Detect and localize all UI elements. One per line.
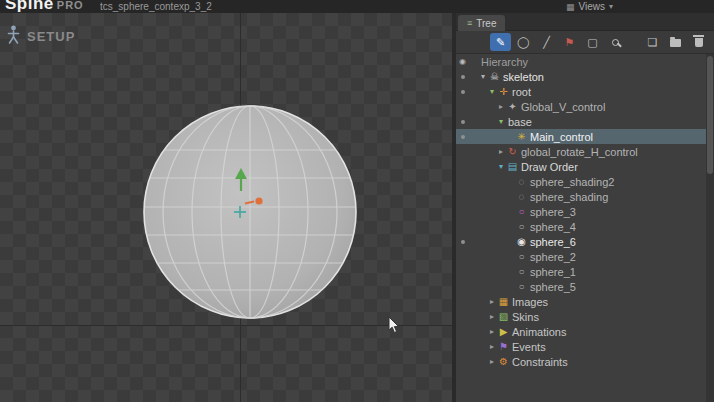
control-star-icon: ✳: [515, 130, 528, 143]
tree-row-global-rotate-h-control[interactable]: ▸↻global_rotate_H_control: [456, 144, 706, 159]
tree-row-skeleton[interactable]: ▾☠skeleton: [456, 69, 706, 84]
tree-row-label: Draw Order: [519, 161, 578, 173]
tree-row-label: sphere_6: [528, 236, 576, 248]
indent: [469, 136, 505, 137]
search-tool-button[interactable]: [605, 33, 626, 51]
tree-row-sphere-shading[interactable]: ◌sphere_shading: [456, 189, 706, 204]
circle-icon: ○: [515, 220, 528, 233]
tree-row-skins[interactable]: ▸▧Skins: [456, 309, 706, 324]
tree-row-sphere-3[interactable]: ○sphere_3: [456, 204, 706, 219]
circle-icon: ○: [515, 205, 528, 218]
tree-row-sphere-6[interactable]: ◉sphere_6: [456, 234, 706, 249]
tree-rows: ◉Hierarchy▾☠skeleton▾✛root▸✦Global_V_con…: [456, 54, 706, 402]
indent: [469, 226, 505, 227]
app-logo-text: Spine: [5, 0, 54, 13]
dot-icon: [461, 75, 465, 79]
indent: [469, 346, 487, 347]
tree-row-draw-order[interactable]: ▾▤Draw Order: [456, 159, 706, 174]
root-cross-icon: ✛: [497, 85, 510, 98]
tree-row-constraints[interactable]: ▸⚙Constraints: [456, 354, 706, 369]
tree-row-label: sphere_2: [528, 251, 576, 263]
tree-row-animations[interactable]: ▸▶Animations: [456, 324, 706, 339]
expander-right-icon[interactable]: ▸: [487, 312, 497, 321]
views-menu-button[interactable]: ▦ Views ▾: [566, 0, 613, 13]
visibility-dot-icon[interactable]: [456, 90, 469, 94]
tree-row-events[interactable]: ▸⚑Events: [456, 339, 706, 354]
folder-button-icon: [670, 39, 681, 47]
project-filename: tcs_sphere_contexp_3_2: [100, 1, 212, 12]
tree-row-sphere-4[interactable]: ○sphere_4: [456, 219, 706, 234]
tree-scrollbar[interactable]: [706, 54, 714, 402]
tab-tree[interactable]: ≡ Tree: [458, 15, 505, 31]
new-button-button[interactable]: ❏: [642, 33, 663, 51]
tree-row-global-v-control[interactable]: ▸✦Global_V_control: [456, 99, 706, 114]
skins-icon: ▧: [497, 310, 510, 323]
mode-label: SETUP: [27, 29, 75, 44]
expander-down-icon[interactable]: ▾: [496, 162, 506, 171]
expander-right-icon[interactable]: ▸: [487, 357, 497, 366]
app-logo: SpinePRO: [5, 0, 84, 13]
indent: [469, 256, 505, 257]
tree-row-base[interactable]: ▾base: [456, 114, 706, 129]
expander-down-icon[interactable]: ▾: [496, 117, 506, 126]
trash-button-button[interactable]: [688, 33, 709, 51]
indent: [469, 316, 487, 317]
figure-icon: [6, 25, 21, 45]
weights-tool-button[interactable]: ◯: [513, 33, 534, 51]
indent: [469, 91, 487, 92]
tree-row-root[interactable]: ▾✛root: [456, 84, 706, 99]
expander-right-icon[interactable]: ▸: [487, 297, 497, 306]
control-small-icon: ✦: [506, 100, 519, 113]
tree-row-sphere-2[interactable]: ○sphere_2: [456, 249, 706, 264]
mesh-icon: ◌: [515, 175, 528, 188]
indent: [469, 121, 496, 122]
tree-row-label: sphere_shading2: [528, 176, 614, 188]
flag-tool-button[interactable]: ⚑: [559, 33, 580, 51]
tree-row-label: Global_V_control: [519, 101, 605, 113]
spine-app-window: SpinePRO tcs_sphere_contexp_3_2 ▦ Views …: [0, 0, 714, 402]
tree-row-label: Constraints: [510, 356, 568, 368]
expander-down-icon[interactable]: ▾: [487, 87, 497, 96]
circle-filled-icon: ◉: [515, 235, 528, 248]
tree-row-sphere-shading2[interactable]: ◌sphere_shading2: [456, 174, 706, 189]
visibility-dot-icon[interactable]: [456, 75, 469, 79]
tree-row-label: Main_control: [528, 131, 593, 143]
x-axis-dot-icon[interactable]: [255, 197, 262, 204]
tree-row-sphere-1[interactable]: ○sphere_1: [456, 264, 706, 279]
circle-icon: ○: [515, 250, 528, 263]
tree-icon: ≡: [467, 18, 472, 28]
expander-right-icon[interactable]: ▸: [496, 147, 506, 156]
expander-right-icon[interactable]: ▸: [487, 327, 497, 336]
indent: [469, 166, 496, 167]
indent: [469, 151, 496, 152]
box-select-tool-button[interactable]: ▢: [582, 33, 603, 51]
indent: [469, 76, 478, 77]
visibility-dot-icon[interactable]: [456, 240, 469, 244]
chevron-down-icon: ▾: [609, 2, 613, 11]
tree-row-label: Skins: [510, 311, 539, 323]
expander-right-icon[interactable]: ▸: [487, 342, 497, 351]
indent: [469, 211, 505, 212]
mode-indicator[interactable]: SETUP: [6, 25, 75, 45]
folder-button-button[interactable]: [665, 33, 686, 51]
editor-viewport[interactable]: SETUP: [0, 13, 452, 402]
mouse-cursor-icon: [388, 316, 401, 334]
brush-tool-button[interactable]: ✎: [490, 33, 511, 51]
expander-down-icon[interactable]: ▾: [478, 72, 488, 81]
sphere-canvas[interactable]: [0, 13, 452, 402]
create-tool-button[interactable]: ╱: [536, 33, 557, 51]
expander-right-icon[interactable]: ▸: [496, 102, 506, 111]
visibility-dot-icon[interactable]: [456, 135, 469, 139]
tree-row-label: sphere_1: [528, 266, 576, 278]
tree-row-hierarchy[interactable]: ◉Hierarchy: [456, 54, 706, 69]
tree-row-images[interactable]: ▸▦Images: [456, 294, 706, 309]
tree-row-sphere-5[interactable]: ○sphere_5: [456, 279, 706, 294]
sphere-mesh[interactable]: [144, 106, 356, 318]
visibility-dot-icon[interactable]: [456, 120, 469, 124]
tree-scrollbar-thumb[interactable]: [707, 56, 713, 174]
eye-icon[interactable]: ◉: [456, 57, 469, 66]
tree-row-label: Events: [510, 341, 546, 353]
indent: [469, 301, 487, 302]
tree-row-main-control[interactable]: ✳Main_control: [456, 129, 706, 144]
indent: [469, 106, 496, 107]
